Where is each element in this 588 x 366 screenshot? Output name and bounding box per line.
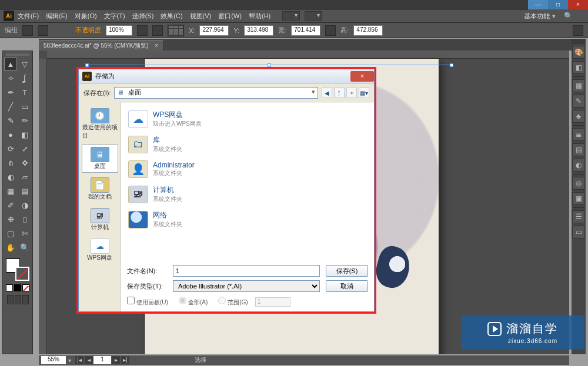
toolbox-grip[interactable]: [6, 53, 29, 56]
fill-swatch[interactable]: [22, 25, 33, 36]
next-artboard-button[interactable]: ▸: [112, 356, 120, 364]
paintbrush-tool[interactable]: ✎: [4, 114, 17, 127]
selection-tool[interactable]: ▲: [4, 58, 17, 70]
blend-tool[interactable]: ◑: [18, 199, 31, 211]
menu-view[interactable]: 视图(V): [190, 12, 212, 21]
first-artboard-button[interactable]: |◂: [75, 356, 83, 364]
color-mode-color[interactable]: [6, 284, 13, 291]
screen-mode-full[interactable]: [15, 295, 21, 304]
list-item[interactable]: 网络系统文件夹: [126, 207, 369, 232]
graph-tool[interactable]: ▯: [18, 213, 31, 226]
direct-selection-tool[interactable]: ▽: [18, 58, 31, 70]
control-menu-button[interactable]: [573, 25, 583, 36]
artboards-panel-icon[interactable]: ▭: [572, 226, 585, 239]
place-wps-cloud[interactable]: ☁WPS网盘: [82, 236, 118, 264]
list-item[interactable]: 🗂库系统文件夹: [126, 132, 369, 157]
screen-mode-present[interactable]: [22, 295, 29, 304]
menu-help[interactable]: 帮助(H): [249, 12, 270, 21]
pen-tool[interactable]: ✒: [4, 86, 17, 99]
transparency-panel-icon[interactable]: ◐: [572, 159, 585, 172]
color-mode-gradient[interactable]: [14, 284, 21, 291]
menu-type[interactable]: 文字(T): [104, 12, 125, 21]
rectangle-tool[interactable]: ▭: [18, 100, 31, 113]
selection-handle[interactable]: [450, 63, 453, 67]
x-field[interactable]: 227.964: [199, 25, 229, 36]
line-tool[interactable]: ╱: [4, 100, 17, 113]
search-icon[interactable]: 🔍: [564, 12, 573, 20]
all-radio[interactable]: 全部(A): [175, 297, 208, 307]
dialog-close-button[interactable]: ×: [350, 71, 374, 82]
symbol-sprayer-tool[interactable]: ❉: [4, 213, 17, 226]
list-item[interactable]: 🖳计算机系统文件夹: [126, 182, 369, 207]
back-button[interactable]: ◀: [322, 88, 332, 98]
color-panel-icon[interactable]: 🎨: [572, 46, 585, 59]
blob-brush-tool[interactable]: ●: [4, 128, 17, 141]
zoom-field[interactable]: 55%: [41, 356, 66, 364]
symbols-panel-icon[interactable]: ♣: [572, 110, 585, 123]
style-button[interactable]: [137, 25, 148, 36]
cancel-button[interactable]: 取消: [326, 280, 368, 292]
dialog-file-list[interactable]: ☁WPS网盘双击进入WPS网盘 🗂库系统文件夹 👤Administrator系统…: [121, 102, 374, 261]
zoom-dropdown-icon[interactable]: ▾: [68, 357, 71, 364]
fill-stroke-control[interactable]: [6, 258, 29, 281]
place-computer[interactable]: 🖳计算机: [82, 206, 118, 234]
filename-input[interactable]: [173, 265, 320, 277]
link-wh-button[interactable]: [325, 25, 336, 36]
prev-artboard-button[interactable]: ◂: [85, 356, 93, 364]
document-tab-close[interactable]: ×: [155, 42, 158, 49]
zoom-tool[interactable]: 🔍: [18, 241, 31, 254]
reference-point-widget[interactable]: [168, 25, 184, 36]
brushes-panel-icon[interactable]: ✎: [572, 95, 585, 108]
use-artboards-checkbox[interactable]: 使用画板(U): [127, 297, 168, 307]
window-close-button[interactable]: ×: [568, 0, 588, 9]
gradient-tool[interactable]: ▤: [18, 184, 31, 197]
eyedropper-tool[interactable]: ✐: [4, 199, 17, 211]
magic-wand-tool[interactable]: ✧: [4, 72, 17, 85]
perspective-tool[interactable]: ▱: [18, 170, 31, 183]
w-field[interactable]: 701.414: [291, 25, 320, 36]
rotate-tool[interactable]: ⟳: [4, 142, 17, 155]
arrange-dropdown[interactable]: [305, 11, 322, 21]
ruler-vertical[interactable]: [39, 59, 47, 354]
lasso-tool[interactable]: ʆ: [18, 72, 31, 85]
layers-panel-icon[interactable]: ☰: [572, 210, 585, 223]
window-minimize-button[interactable]: —: [528, 0, 548, 9]
swatches-panel-icon[interactable]: ▦: [572, 79, 585, 92]
y-field[interactable]: 313.498: [244, 25, 273, 36]
save-button[interactable]: 保存(S): [326, 265, 368, 277]
artboard-number-field[interactable]: 1: [93, 356, 111, 364]
free-transform-tool[interactable]: ✥: [18, 156, 31, 169]
recolor-button[interactable]: [152, 25, 163, 36]
scale-tool[interactable]: ⤢: [18, 142, 31, 155]
document-tab[interactable]: 583feedaccc4c.ai* @ 55% (CMYK/预览) ×: [39, 40, 163, 51]
view-menu-button[interactable]: ▦▾: [359, 88, 369, 98]
menu-file[interactable]: 文件(F): [18, 12, 39, 21]
last-artboard-button[interactable]: ▸|: [121, 356, 129, 364]
place-desktop[interactable]: 🖥桌面: [82, 145, 118, 173]
new-folder-button[interactable]: ✦: [346, 88, 357, 98]
list-item[interactable]: 👤Administrator系统文件夹: [126, 157, 369, 182]
menu-window[interactable]: 窗口(W): [218, 12, 242, 21]
stroke-panel-icon[interactable]: ≣: [572, 128, 585, 141]
mesh-tool[interactable]: ▦: [4, 184, 17, 197]
range-input[interactable]: [255, 297, 290, 307]
window-maximize-button[interactable]: □: [548, 0, 568, 9]
graphic-styles-panel-icon[interactable]: ▣: [572, 192, 585, 205]
place-documents[interactable]: 📄我的文档: [82, 175, 118, 203]
hand-tool[interactable]: ✋: [4, 241, 17, 254]
color-guide-panel-icon[interactable]: ◧: [572, 61, 585, 74]
slice-tool[interactable]: ✄: [18, 227, 31, 240]
up-button[interactable]: ⭡: [334, 88, 345, 98]
place-recent[interactable]: 🕘最近使用的项目: [82, 106, 118, 142]
opacity-field[interactable]: 100%: [106, 25, 132, 36]
filetype-select[interactable]: Adobe Illustrator (*.AI): [173, 280, 320, 292]
menu-edit[interactable]: 编辑(E): [46, 12, 68, 21]
menu-effect[interactable]: 效果(C): [161, 12, 182, 21]
dock-grip[interactable]: [572, 39, 586, 43]
color-mode-none[interactable]: [22, 284, 29, 291]
eraser-tool[interactable]: ◧: [18, 128, 31, 141]
ruler-horizontal[interactable]: [47, 51, 569, 59]
gradient-panel-icon[interactable]: ▤: [572, 143, 585, 156]
artboard-tool[interactable]: ▢: [4, 227, 17, 240]
h-field[interactable]: 472.856: [353, 25, 383, 36]
